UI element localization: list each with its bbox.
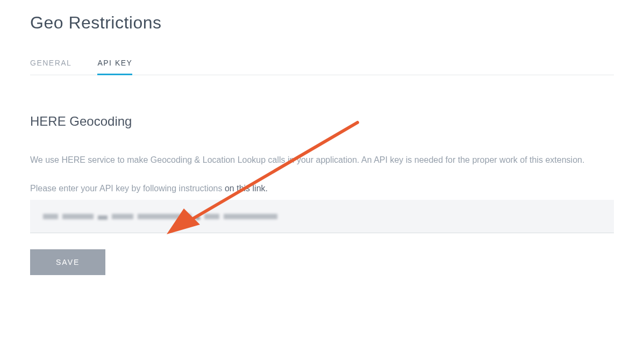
api-key-input[interactable] xyxy=(30,200,614,233)
instruction-link[interactable]: on this link. xyxy=(225,184,268,193)
instruction-prefix: Please enter your API key by following i… xyxy=(30,184,225,193)
tab-general[interactable]: General xyxy=(30,59,71,75)
api-key-instruction: Please enter your API key by following i… xyxy=(30,184,614,193)
tab-api-key[interactable]: API Key xyxy=(97,59,132,75)
api-key-input-wrapper xyxy=(30,200,614,233)
save-button[interactable]: Save xyxy=(30,249,105,275)
tabs-bar: General API Key xyxy=(30,59,614,75)
section-title: HERE Geocoding xyxy=(30,114,614,129)
page-title: Geo Restrictions xyxy=(30,13,614,33)
section-description: We use HERE service to make Geocoding & … xyxy=(30,154,614,167)
